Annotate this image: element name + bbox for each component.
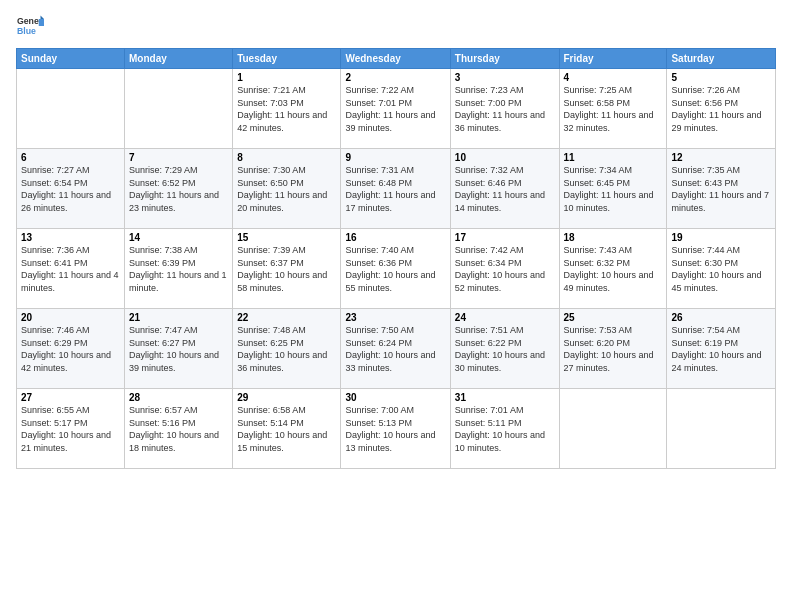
day-info: Sunrise: 7:51 AM — [455, 324, 555, 337]
day-info: Daylight: 11 hours and 7 minutes. — [671, 189, 771, 214]
day-info: Sunrise: 7:00 AM — [345, 404, 445, 417]
day-info: Sunrise: 7:36 AM — [21, 244, 120, 257]
day-info: Daylight: 11 hours and 14 minutes. — [455, 189, 555, 214]
day-number: 8 — [237, 152, 336, 163]
calendar-cell: 9Sunrise: 7:31 AMSunset: 6:48 PMDaylight… — [341, 149, 450, 229]
day-info: Daylight: 10 hours and 21 minutes. — [21, 429, 120, 454]
calendar-cell: 30Sunrise: 7:00 AMSunset: 5:13 PMDayligh… — [341, 389, 450, 469]
day-info: Sunrise: 7:30 AM — [237, 164, 336, 177]
day-info: Sunset: 5:13 PM — [345, 417, 445, 430]
day-number: 29 — [237, 392, 336, 403]
day-info: Sunrise: 7:31 AM — [345, 164, 445, 177]
day-info: Sunset: 6:39 PM — [129, 257, 228, 270]
day-info: Sunset: 6:36 PM — [345, 257, 445, 270]
day-info: Daylight: 11 hours and 42 minutes. — [237, 109, 336, 134]
day-info: Sunrise: 7:27 AM — [21, 164, 120, 177]
day-info: Sunrise: 7:44 AM — [671, 244, 771, 257]
calendar-cell: 23Sunrise: 7:50 AMSunset: 6:24 PMDayligh… — [341, 309, 450, 389]
day-info: Sunset: 6:25 PM — [237, 337, 336, 350]
day-info: Sunset: 6:56 PM — [671, 97, 771, 110]
day-number: 20 — [21, 312, 120, 323]
calendar-cell: 2Sunrise: 7:22 AMSunset: 7:01 PMDaylight… — [341, 69, 450, 149]
day-number: 28 — [129, 392, 228, 403]
calendar-cell: 22Sunrise: 7:48 AMSunset: 6:25 PMDayligh… — [233, 309, 341, 389]
day-info: Sunrise: 7:48 AM — [237, 324, 336, 337]
day-info: Sunset: 6:52 PM — [129, 177, 228, 190]
weekday-header-sunday: Sunday — [17, 49, 125, 69]
svg-text:Blue: Blue — [17, 26, 36, 36]
calendar-cell: 6Sunrise: 7:27 AMSunset: 6:54 PMDaylight… — [17, 149, 125, 229]
day-info: Sunset: 6:34 PM — [455, 257, 555, 270]
day-number: 30 — [345, 392, 445, 403]
day-number: 2 — [345, 72, 445, 83]
calendar-cell: 19Sunrise: 7:44 AMSunset: 6:30 PMDayligh… — [667, 229, 776, 309]
day-info: Sunset: 5:14 PM — [237, 417, 336, 430]
day-info: Daylight: 11 hours and 20 minutes. — [237, 189, 336, 214]
day-info: Sunrise: 7:25 AM — [564, 84, 663, 97]
day-number: 25 — [564, 312, 663, 323]
weekday-header-friday: Friday — [559, 49, 667, 69]
calendar-cell — [125, 69, 233, 149]
day-info: Sunset: 6:50 PM — [237, 177, 336, 190]
weekday-header-wednesday: Wednesday — [341, 49, 450, 69]
calendar-cell: 17Sunrise: 7:42 AMSunset: 6:34 PMDayligh… — [450, 229, 559, 309]
day-number: 4 — [564, 72, 663, 83]
day-info: Sunrise: 7:01 AM — [455, 404, 555, 417]
calendar: SundayMondayTuesdayWednesdayThursdayFrid… — [16, 48, 776, 469]
calendar-cell: 7Sunrise: 7:29 AMSunset: 6:52 PMDaylight… — [125, 149, 233, 229]
day-info: Daylight: 10 hours and 49 minutes. — [564, 269, 663, 294]
day-info: Sunrise: 7:22 AM — [345, 84, 445, 97]
day-info: Daylight: 11 hours and 23 minutes. — [129, 189, 228, 214]
day-info: Daylight: 11 hours and 32 minutes. — [564, 109, 663, 134]
day-info: Sunrise: 7:47 AM — [129, 324, 228, 337]
calendar-cell: 29Sunrise: 6:58 AMSunset: 5:14 PMDayligh… — [233, 389, 341, 469]
day-info: Daylight: 10 hours and 33 minutes. — [345, 349, 445, 374]
calendar-cell — [17, 69, 125, 149]
svg-marker-2 — [39, 19, 44, 26]
day-number: 3 — [455, 72, 555, 83]
calendar-cell: 27Sunrise: 6:55 AMSunset: 5:17 PMDayligh… — [17, 389, 125, 469]
day-info: Sunrise: 7:46 AM — [21, 324, 120, 337]
day-info: Sunset: 6:41 PM — [21, 257, 120, 270]
day-info: Daylight: 10 hours and 42 minutes. — [21, 349, 120, 374]
day-number: 14 — [129, 232, 228, 243]
calendar-cell: 13Sunrise: 7:36 AMSunset: 6:41 PMDayligh… — [17, 229, 125, 309]
calendar-cell: 24Sunrise: 7:51 AMSunset: 6:22 PMDayligh… — [450, 309, 559, 389]
day-info: Sunset: 6:30 PM — [671, 257, 771, 270]
calendar-cell: 5Sunrise: 7:26 AMSunset: 6:56 PMDaylight… — [667, 69, 776, 149]
day-info: Daylight: 11 hours and 39 minutes. — [345, 109, 445, 134]
calendar-cell: 1Sunrise: 7:21 AMSunset: 7:03 PMDaylight… — [233, 69, 341, 149]
day-number: 26 — [671, 312, 771, 323]
day-number: 6 — [21, 152, 120, 163]
day-number: 10 — [455, 152, 555, 163]
day-info: Daylight: 11 hours and 10 minutes. — [564, 189, 663, 214]
day-info: Daylight: 10 hours and 30 minutes. — [455, 349, 555, 374]
day-number: 13 — [21, 232, 120, 243]
day-info: Sunrise: 6:57 AM — [129, 404, 228, 417]
day-info: Sunset: 6:46 PM — [455, 177, 555, 190]
day-info: Sunset: 6:45 PM — [564, 177, 663, 190]
day-info: Sunset: 5:11 PM — [455, 417, 555, 430]
day-info: Sunrise: 7:29 AM — [129, 164, 228, 177]
day-info: Sunrise: 7:35 AM — [671, 164, 771, 177]
calendar-cell: 3Sunrise: 7:23 AMSunset: 7:00 PMDaylight… — [450, 69, 559, 149]
day-info: Daylight: 10 hours and 27 minutes. — [564, 349, 663, 374]
day-info: Sunset: 6:32 PM — [564, 257, 663, 270]
day-number: 1 — [237, 72, 336, 83]
calendar-cell: 31Sunrise: 7:01 AMSunset: 5:11 PMDayligh… — [450, 389, 559, 469]
day-info: Sunset: 5:17 PM — [21, 417, 120, 430]
day-number: 22 — [237, 312, 336, 323]
day-number: 16 — [345, 232, 445, 243]
day-number: 19 — [671, 232, 771, 243]
calendar-cell: 12Sunrise: 7:35 AMSunset: 6:43 PMDayligh… — [667, 149, 776, 229]
day-info: Daylight: 10 hours and 52 minutes. — [455, 269, 555, 294]
day-info: Daylight: 11 hours and 4 minutes. — [21, 269, 120, 294]
day-info: Sunset: 6:43 PM — [671, 177, 771, 190]
calendar-cell: 18Sunrise: 7:43 AMSunset: 6:32 PMDayligh… — [559, 229, 667, 309]
day-number: 9 — [345, 152, 445, 163]
day-info: Daylight: 10 hours and 18 minutes. — [129, 429, 228, 454]
day-info: Daylight: 10 hours and 39 minutes. — [129, 349, 228, 374]
day-info: Sunset: 6:22 PM — [455, 337, 555, 350]
calendar-cell: 28Sunrise: 6:57 AMSunset: 5:16 PMDayligh… — [125, 389, 233, 469]
day-info: Sunset: 6:27 PM — [129, 337, 228, 350]
